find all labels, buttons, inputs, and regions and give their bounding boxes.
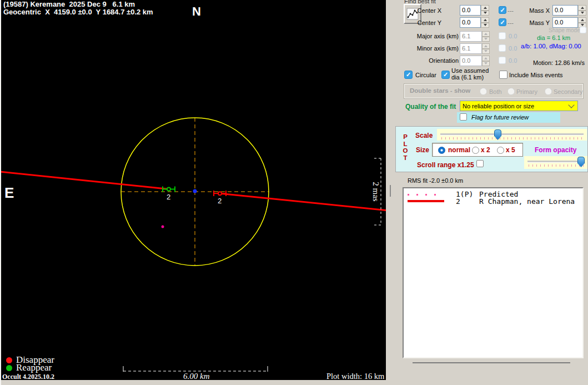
chevron-down-icon [568, 102, 574, 108]
mas-scale-label: 2 mas [371, 182, 380, 202]
orientation-checkbox[interactable] [499, 57, 506, 64]
minor-axis-spinner[interactable] [482, 43, 490, 54]
form-opacity-ticks [529, 164, 584, 167]
scroll-range-checkbox[interactable] [476, 160, 484, 167]
list-hscroll-track[interactable] [413, 362, 570, 363]
dia-label: dia = 6.1 km [537, 34, 570, 41]
chord-label-reappear: 2 [167, 193, 170, 201]
scale-label: Scale [415, 132, 433, 139]
double-stars-primary-radio[interactable] [507, 88, 515, 95]
plot-graphics: 2 2 2 mas [1, 0, 386, 380]
include-miss-label: Include Miss events [509, 72, 563, 78]
disappear-dot-icon [6, 357, 12, 363]
reappear-marker [163, 187, 175, 192]
size-normal-radio[interactable] [438, 147, 445, 154]
chord-line-swatch [408, 200, 444, 202]
include-miss-checkbox[interactable] [499, 71, 507, 79]
plot-width-label: Plot width: 16 km [326, 372, 384, 380]
major-axis-label: Major axis (km) [413, 33, 459, 39]
flag-review-checkbox[interactable] [460, 113, 467, 121]
size-x2-radio[interactable] [472, 147, 479, 154]
size-x5-label: x 5 [506, 146, 515, 154]
center-y-label: Center Y [408, 19, 441, 26]
plot-title: (19587) Keremane 2025 Dec 9 6.1 kmGeocen… [3, 1, 153, 16]
size-normal-label: normal [448, 146, 470, 154]
use-assumed-label: Use assumeddia (6.1 km) [451, 67, 489, 81]
double-stars-label: Double stars - show [410, 87, 470, 94]
chord-label-disappear: 2 [218, 197, 222, 205]
center-y-input[interactable]: 0.0 [460, 17, 481, 28]
chord-listbox[interactable]: 1(P) Predicted 2 R Chapman, near Lorena [403, 187, 584, 358]
center-x-input[interactable]: 0.0 [460, 5, 481, 16]
plot-title-line1: (19587) Keremane 2025 Dec 9 6.1 km [3, 0, 135, 8]
mass-y-label: Mass Y [527, 19, 550, 26]
minor-axis-checkbox[interactable] [499, 44, 506, 52]
double-stars-group: Double stars - show Both Primary Seconda… [404, 83, 584, 99]
major-axis-checkbox[interactable] [499, 32, 506, 39]
plot-title-line2: Geocentric X 4159.0 ±0.0 Y 1684.7 ±0.2 k… [3, 8, 153, 16]
occult-fit-window: { "plot": { "title_line1": "(19587) Kere… [0, 0, 588, 385]
center-y-checkbox[interactable]: ✓ [499, 18, 506, 26]
north-label: N [192, 4, 201, 19]
double-stars-both-radio[interactable] [480, 88, 487, 95]
km-scale-label: 6.00 km [183, 372, 210, 380]
mass-x-input[interactable]: 0.0 [552, 5, 578, 16]
mass-x-label: Mass X [527, 7, 550, 14]
quality-label: Quality of the fit [405, 103, 456, 111]
km-scale-bar [123, 366, 268, 372]
double-stars-primary-label: Primary [516, 88, 537, 95]
form-opacity-track [527, 161, 584, 162]
size-label: Size [416, 146, 429, 154]
minor-axis-label: Minor axis (km) [413, 45, 459, 52]
orientation-label: Orientation [413, 57, 459, 64]
mass-y-input[interactable]: 0.0 [552, 17, 578, 28]
chord-line-left [1, 172, 169, 189]
use-assumed-checkbox[interactable]: ✓ [441, 71, 450, 79]
east-label: E [4, 184, 14, 202]
size-radio-group: normal x 2 x 5 [432, 143, 523, 157]
chord-line-right [220, 193, 386, 210]
chord-row-2-name[interactable]: R Chapman, near Lorena [479, 198, 575, 205]
predicted-point [162, 226, 164, 228]
form-opacity-label: Form opacity [535, 146, 576, 154]
center-x-dash-label: --- [507, 7, 514, 14]
mass-x-spinner[interactable] [578, 5, 586, 16]
center-x-label: Center X [408, 7, 441, 14]
flag-review-label: Flag for future review [471, 114, 529, 121]
orientation-aux-value: 0.0 [509, 57, 517, 64]
motion-label: Motion: 12.86 km/s [533, 59, 585, 66]
legend-reappear-label: Reappear [16, 364, 52, 372]
splitter-handle[interactable] [390, 185, 391, 197]
scale-slider-track [440, 133, 584, 135]
minor-axis-input[interactable]: 6.1 [460, 43, 482, 54]
orientation-input[interactable]: 0.0 [460, 56, 482, 66]
center-x-spinner[interactable] [481, 5, 489, 16]
double-stars-secondary-label: Secondary [554, 88, 583, 95]
predicted-line-swatch [408, 194, 443, 196]
center-y-spinner[interactable] [481, 17, 489, 28]
scroll-range-label: Scroll range x1.25 [417, 161, 474, 169]
scale-slider[interactable] [437, 129, 587, 141]
size-x5-radio[interactable] [497, 147, 504, 154]
major-axis-aux-value: 0.0 [509, 33, 517, 39]
app-version-label: Occult 4.2025.10.2 [2, 373, 54, 380]
scale-slider-ticks [441, 137, 584, 139]
occultation-plot-canvas: 2 2 2 mas (19587) Keremane 2025 Dec 9 6.… [1, 0, 386, 380]
size-x2-label: x 2 [481, 146, 490, 154]
center-x-checkbox[interactable]: ✓ [499, 6, 506, 14]
major-axis-spinner[interactable] [482, 31, 490, 42]
minor-axis-aux-value: 0.0 [509, 45, 517, 52]
form-opacity-slider[interactable] [524, 156, 587, 169]
chord-row-2-id[interactable]: 2 [456, 198, 460, 205]
reappear-dot-icon [6, 365, 12, 371]
circular-checkbox[interactable]: ✓ [404, 71, 413, 79]
rms-fit-label: RMS fit -2.0 ±0.0 km [408, 177, 463, 184]
shape-model-checkbox[interactable] [580, 27, 586, 33]
quality-dropdown[interactable]: No reliable position or size [460, 101, 578, 111]
double-stars-secondary-radio[interactable] [545, 88, 552, 95]
geocentre-dot [193, 189, 197, 193]
center-y-dash-label: --- [507, 19, 514, 26]
orientation-spinner[interactable] [482, 56, 490, 66]
plot-vertical-label: PL OT [403, 133, 408, 161]
major-axis-input[interactable]: 6.1 [460, 31, 482, 42]
